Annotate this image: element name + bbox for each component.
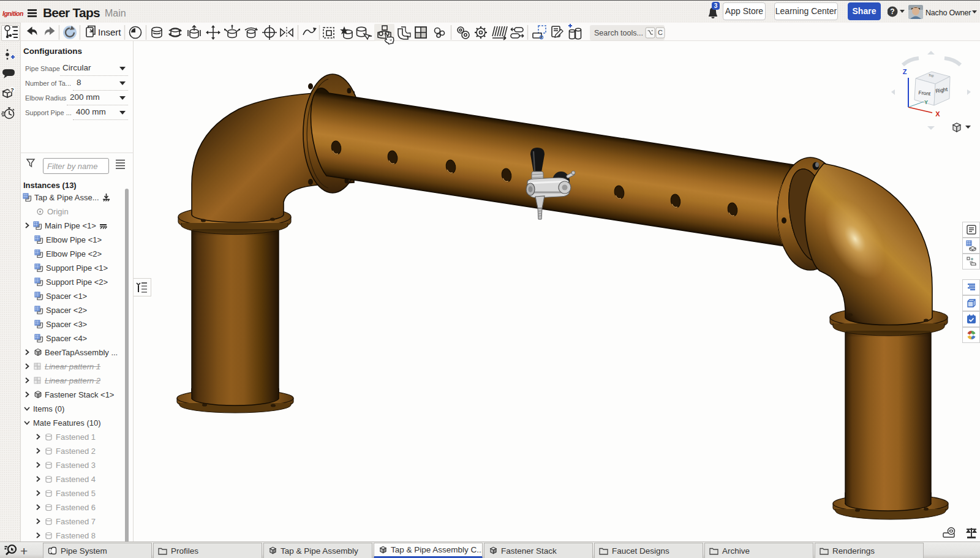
svg-text:Y: Y <box>924 99 928 105</box>
svg-text:Insert: Insert <box>98 27 121 37</box>
svg-text:?: ? <box>890 7 894 16</box>
svg-text:Z: Z <box>903 68 907 75</box>
svg-text:Front: Front <box>918 89 931 97</box>
svg-text:?: ? <box>10 87 14 93</box>
svg-text:X: X <box>935 110 940 118</box>
svg-text:C: C <box>658 29 663 36</box>
svg-text:3: 3 <box>714 2 718 9</box>
svg-text:Top: Top <box>928 73 934 77</box>
svg-text:Search tools...: Search tools... <box>594 29 643 37</box>
